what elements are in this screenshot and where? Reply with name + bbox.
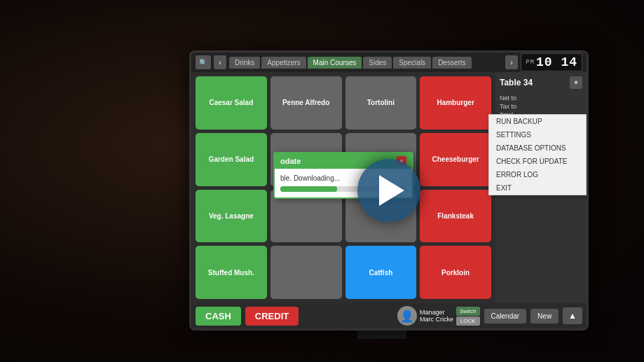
tabs-container: Drinks Appetizers Main Courses Sides Spe… xyxy=(229,57,502,69)
menu-item-penne-alfredo[interactable]: Penne Alfredo xyxy=(270,76,342,130)
user-name: ManagerMarc Cricke xyxy=(420,309,453,323)
user-info: 👤 ManagerMarc Cricke Switch LOCK xyxy=(397,306,480,326)
lock-button[interactable]: LOCK xyxy=(456,316,480,326)
context-check-update[interactable]: CHECK FOR UPDATE xyxy=(489,155,586,168)
clock-display: PM 10 14 xyxy=(521,53,582,71)
tax-total: Tax to xyxy=(500,103,582,110)
menu-item-cheeseburger[interactable]: Cheeseburger xyxy=(420,133,491,186)
dialog-text: ble. Downloading... xyxy=(280,174,406,182)
context-menu: RUN BACKUP SETTINGS DATABASE OPTIONS CHE… xyxy=(488,114,587,195)
tab-sides[interactable]: Sides xyxy=(363,57,392,69)
nav-arrow-right[interactable]: › xyxy=(505,55,518,69)
menu-item-catfish[interactable]: Catfish xyxy=(345,246,417,299)
menu-item-tortolini[interactable]: Tortolini xyxy=(345,76,417,130)
table-plus-button[interactable]: + xyxy=(570,76,582,89)
nav-arrow-left[interactable]: ‹ xyxy=(214,55,226,69)
dialog-title-bar: odate x xyxy=(275,153,412,169)
monitor: 🔍 ‹ Drinks Appetizers Main Courses Sides… xyxy=(189,50,589,330)
menu-item-caesar-salad[interactable]: Caesar Salad xyxy=(196,76,267,130)
clock-period: PM xyxy=(526,59,535,66)
tab-appetizers[interactable]: Appetizers xyxy=(261,57,306,69)
context-error-log[interactable]: ERROR LOG xyxy=(489,168,586,181)
update-dialog: odate x ble. Downloading... xyxy=(273,152,413,199)
menu-item-hamburger[interactable]: Hamburger xyxy=(420,76,491,130)
switch-button[interactable]: Switch xyxy=(456,307,480,316)
menu-item-stuffed-mush[interactable]: Stuffed Mush. xyxy=(196,246,267,299)
main-content: Caesar Salad Penne Alfredo Tortolini Ham… xyxy=(191,72,587,303)
dialog-title: odate xyxy=(280,157,301,165)
menu-item-garden-salad[interactable]: Garden Salad xyxy=(196,133,267,186)
tab-desserts[interactable]: Desserts xyxy=(432,57,471,69)
tab-specials[interactable]: Specials xyxy=(393,57,431,69)
new-button[interactable]: New xyxy=(530,309,559,323)
menu-item-flanksteak[interactable]: Flanksteak xyxy=(420,190,491,243)
progress-bar-fill xyxy=(280,186,337,192)
credit-button[interactable]: CREDIT xyxy=(245,307,299,326)
menu-item-veg-lasagne[interactable]: Veg. Lasagne xyxy=(196,190,267,243)
net-total: Net to xyxy=(500,95,582,102)
dialog-body: ble. Downloading... xyxy=(275,169,412,197)
top-bar: 🔍 ‹ Drinks Appetizers Main Courses Sides… xyxy=(191,53,587,72)
menu-item-porkloin[interactable]: Porkloin xyxy=(420,246,491,299)
calendar-button[interactable]: Calendar xyxy=(484,309,527,323)
table-header: Table 34 + xyxy=(500,76,582,89)
context-settings[interactable]: SETTINGS xyxy=(489,128,586,141)
table-label: Table 34 xyxy=(500,78,533,88)
menu-grid: Caesar Salad Penne Alfredo Tortolini Ham… xyxy=(191,72,495,303)
pos-screen: 🔍 ‹ Drinks Appetizers Main Courses Sides… xyxy=(191,53,587,328)
dialog-close-button[interactable]: x xyxy=(397,156,406,166)
menu-item-empty-5[interactable] xyxy=(270,246,342,299)
progress-bar-container xyxy=(280,186,406,192)
context-database-options[interactable]: DATABASE OPTIONS xyxy=(489,141,586,155)
switch-lock-buttons: Switch LOCK xyxy=(456,307,480,326)
context-exit[interactable]: EXIT xyxy=(489,181,586,195)
clock-time: 10 14 xyxy=(536,55,577,69)
avatar: 👤 xyxy=(397,306,417,326)
tab-drinks[interactable]: Drinks xyxy=(229,57,260,69)
right-panel: Table 34 + Net to Tax to Total RUN BACKU… xyxy=(495,72,587,303)
up-arrow-button[interactable]: ▲ xyxy=(563,307,582,324)
bottom-bar: CASH CREDIT 👤 ManagerMarc Cricke Switch … xyxy=(191,303,587,328)
cash-button[interactable]: CASH xyxy=(196,307,241,326)
context-run-backup[interactable]: RUN BACKUP xyxy=(489,115,586,128)
tab-main-courses[interactable]: Main Courses xyxy=(308,57,362,69)
search-button[interactable]: 🔍 xyxy=(196,55,211,69)
